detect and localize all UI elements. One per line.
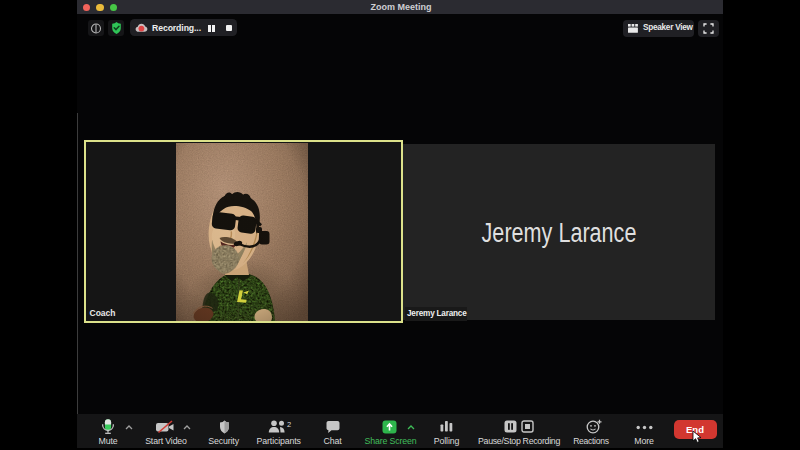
svg-text:2: 2: [287, 420, 291, 429]
